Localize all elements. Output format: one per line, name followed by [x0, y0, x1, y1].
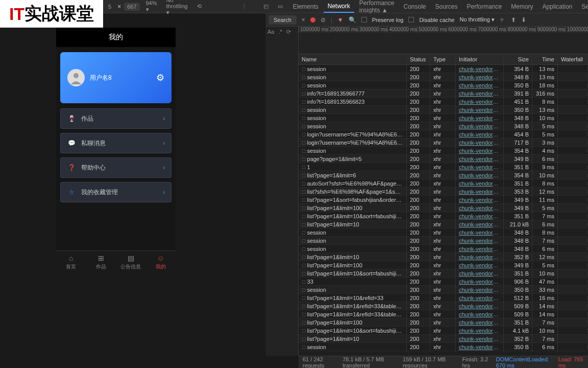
- disable-cache-checkbox[interactable]: [408, 17, 414, 22]
- tab-label: 作品: [96, 263, 106, 270]
- zoom-select[interactable]: 94% ▾: [143, 0, 160, 14]
- menu-icon: 🍷: [67, 114, 76, 123]
- clear-icon[interactable]: ⊘: [321, 16, 326, 24]
- wifi-icon[interactable]: ᯤ: [500, 16, 506, 24]
- menu-label: 帮助中心: [81, 164, 106, 172]
- upload-icon[interactable]: ⬆: [511, 16, 516, 24]
- menu-icon: 💬: [67, 139, 76, 148]
- transferred: 78.1 kB / 5.7 MB transferred: [342, 356, 396, 369]
- network-table: Name Status Type Initiator Size Time Wat…: [299, 54, 588, 356]
- ruler-tick: 3000000 ms: [358, 27, 387, 33]
- throttle-select[interactable]: No throttling ▾: [163, 0, 191, 17]
- menu-label: 私聊消息: [81, 139, 106, 148]
- download-icon[interactable]: ⬇: [521, 16, 526, 24]
- tab-label: 公告信息: [120, 263, 141, 270]
- tab-icon: ⌂: [69, 254, 73, 262]
- disable-cache-label: Disable cache: [419, 17, 454, 23]
- ruler-tick: 5000000 ms: [417, 27, 447, 33]
- bottom-tab-bar: ⌂首页⊞作品▤公告信息☺我的: [56, 250, 176, 273]
- tab-bar-item[interactable]: ⊞作品: [86, 251, 116, 273]
- filter-icon[interactable]: ▼: [337, 16, 344, 24]
- top-toolbar: 5 × 667 94% ▾ No throttling ▾ ⟲ ⋮ ◰ ▭ El…: [103, 0, 588, 13]
- tab-icon: ☺: [157, 254, 164, 262]
- load-time: Load: 765 ms: [558, 356, 584, 369]
- col-waterfall[interactable]: Waterfall: [558, 54, 588, 64]
- timeline-ruler[interactable]: 1000000 ms2000000 ms3000000 ms4000000 ms…: [299, 27, 588, 33]
- tab-security[interactable]: Security: [577, 1, 588, 12]
- chevron-right-icon: ›: [163, 140, 165, 147]
- search-icon[interactable]: 🔍: [349, 16, 356, 24]
- chevron-right-icon: ›: [163, 189, 165, 196]
- finish-time: Finish: 3.2 hrs: [462, 356, 489, 369]
- chevron-right-icon: ›: [163, 164, 165, 171]
- inspect-icon[interactable]: ◰: [260, 2, 272, 11]
- col-initiator[interactable]: Initiator: [456, 54, 504, 64]
- tab-application[interactable]: Application: [538, 1, 577, 12]
- more-icon[interactable]: ⋮: [238, 2, 250, 11]
- dom-loaded: DOMContentLoaded: 670 ms: [496, 356, 551, 369]
- menu-label: 作品: [81, 114, 93, 123]
- avatar[interactable]: [67, 69, 85, 86]
- table-row[interactable]: session200xhrchunk-vendors.js:15022350 B…: [299, 343, 588, 351]
- menu-label: 我的收藏管理: [81, 188, 118, 197]
- username-label: 用户名8: [90, 74, 112, 82]
- device-width: 5: [105, 3, 114, 11]
- menu-icon: ❓: [67, 163, 76, 172]
- close-search-icon[interactable]: ×: [302, 16, 305, 24]
- brand-logo: IT实战课堂: [0, 0, 103, 28]
- ruler-tick: 4000000 ms: [387, 27, 417, 33]
- col-status[interactable]: Status: [407, 54, 430, 64]
- device-toggle-icon[interactable]: ▭: [275, 2, 286, 11]
- refresh-icon[interactable]: ⟳: [286, 29, 291, 35]
- col-name[interactable]: Name: [299, 54, 407, 64]
- col-size[interactable]: Size: [504, 54, 532, 64]
- col-type[interactable]: Type: [430, 54, 456, 64]
- regex-icon[interactable]: .*: [278, 29, 282, 35]
- tab-icon: ▤: [128, 254, 134, 262]
- tab-icon: ⊞: [98, 254, 104, 262]
- menu-item[interactable]: 🍷作品›: [60, 108, 172, 129]
- tab-bar-item[interactable]: ⌂首页: [56, 251, 86, 273]
- col-time[interactable]: Time: [532, 54, 558, 64]
- network-toolbar: Search × ⊘ | ▼ 🔍 Preserve log Disable ca…: [265, 13, 588, 27]
- ruler-tick: 6000000 ms: [447, 27, 476, 33]
- ruler-tick: 7000000 ms: [476, 27, 506, 33]
- tab-elements[interactable]: Elements: [289, 1, 323, 12]
- tab-bar-item[interactable]: ▤公告信息: [116, 251, 146, 273]
- preserve-checkbox[interactable]: [361, 17, 367, 22]
- request-count: 61 / 242 requests: [303, 356, 335, 369]
- ruler-tick: 8000000 ms: [506, 27, 535, 33]
- rotate-icon[interactable]: ⟲: [194, 2, 205, 11]
- device-height[interactable]: 667: [124, 3, 139, 11]
- search-button[interactable]: Search: [268, 15, 297, 25]
- ruler-tick: 9000000 ms: [535, 27, 565, 33]
- menu-icon: ☆: [67, 188, 76, 197]
- preserve-label: Preserve log: [372, 17, 404, 23]
- timeline-overview[interactable]: [299, 33, 588, 54]
- search-sidebar: Aa .* ⟳: [265, 27, 299, 356]
- throttle-dropdown[interactable]: No throttling ▾: [459, 16, 494, 23]
- network-status-bar: 61 / 242 requests 78.1 kB / 5.7 MB trans…: [299, 356, 588, 368]
- tab-performance[interactable]: Performance: [463, 1, 506, 12]
- menu-item[interactable]: ☆我的收藏管理›: [60, 182, 172, 202]
- page-title: 我的: [56, 28, 176, 47]
- case-icon[interactable]: Aa: [267, 29, 274, 35]
- ruler-tick: 10000000 ms: [565, 27, 588, 33]
- tab-memory[interactable]: Memory: [507, 1, 537, 12]
- tab-label: 我的: [156, 263, 166, 270]
- ruler-tick: 1000000 ms: [299, 27, 328, 33]
- chevron-right-icon: ›: [163, 115, 165, 122]
- menu-item[interactable]: 💬私聊消息›: [60, 133, 172, 153]
- tab-console[interactable]: Console: [399, 1, 430, 12]
- ruler-tick: 2000000 ms: [328, 27, 358, 33]
- resources: 159 kB / 10.7 MB resources: [403, 356, 455, 369]
- dim-close-icon[interactable]: ×: [117, 3, 121, 10]
- tab-sources[interactable]: Sources: [431, 1, 462, 12]
- tab-label: 首页: [66, 263, 76, 270]
- tab-bar-item[interactable]: ☺我的: [146, 251, 176, 273]
- tab-network[interactable]: Network: [324, 1, 354, 13]
- user-card[interactable]: 用户名8 ⚙: [60, 52, 172, 103]
- menu-item[interactable]: ❓帮助中心›: [60, 157, 172, 178]
- record-icon[interactable]: [310, 17, 315, 22]
- gear-icon[interactable]: ⚙: [156, 72, 164, 83]
